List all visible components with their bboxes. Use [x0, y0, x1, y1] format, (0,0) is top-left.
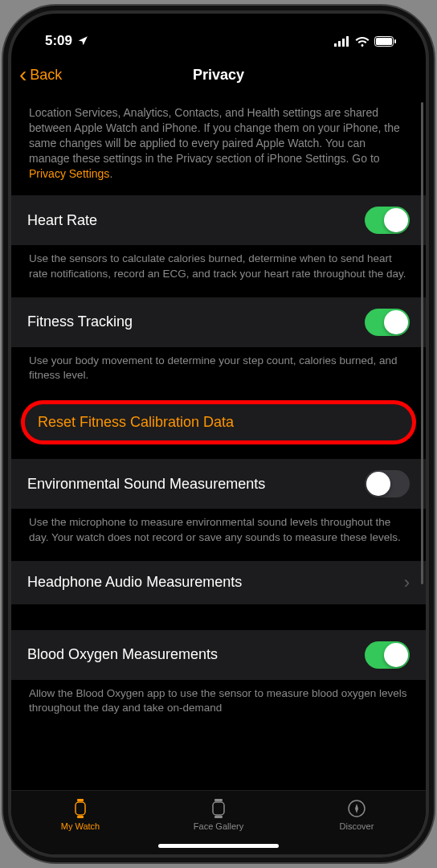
svg-rect-0	[334, 43, 337, 47]
tab-my-watch[interactable]: My Watch	[12, 797, 149, 831]
phone-frame: 5:09 ‹ Back Privacy Location Service	[8, 10, 429, 858]
svg-rect-10	[213, 802, 224, 815]
environmental-sound-toggle[interactable]	[365, 470, 410, 497]
back-button[interactable]: ‹ Back	[19, 63, 62, 86]
compass-icon	[347, 797, 366, 820]
svg-rect-7	[76, 802, 85, 815]
location-arrow-icon	[77, 35, 88, 47]
privacy-description: Location Services, Analytics, Contacts, …	[11, 94, 426, 195]
reset-fitness-calibration-cell[interactable]: Reset Fitness Calibration Data	[21, 400, 416, 444]
environmental-sound-cell[interactable]: Environmental Sound Measurements	[11, 459, 426, 509]
heart-rate-cell[interactable]: Heart Rate	[11, 195, 426, 245]
svg-rect-1	[338, 41, 341, 47]
blood-oxygen-footer: Allow the Blood Oxygen app to use the se…	[11, 680, 426, 731]
svg-rect-2	[342, 39, 345, 47]
tab-face-gallery-label: Face Gallery	[194, 821, 243, 831]
svg-rect-8	[77, 799, 84, 801]
environmental-sound-footer: Use the microphone to measure environmen…	[11, 509, 426, 560]
tab-discover-label: Discover	[340, 821, 374, 831]
svg-rect-9	[77, 816, 84, 818]
nav-bar: ‹ Back Privacy	[11, 55, 426, 94]
home-indicator[interactable]	[158, 844, 279, 848]
heart-rate-toggle[interactable]	[365, 207, 410, 234]
environmental-sound-label: Environmental Sound Measurements	[27, 476, 265, 493]
svg-rect-3	[346, 36, 349, 47]
heart-rate-label: Heart Rate	[27, 212, 97, 229]
notch	[134, 14, 303, 39]
page-title: Privacy	[193, 67, 244, 84]
svg-rect-5	[376, 38, 392, 45]
blood-oxygen-cell[interactable]: Blood Oxygen Measurements	[11, 630, 426, 680]
headphone-audio-label: Headphone Audio Measurements	[27, 574, 242, 591]
watch-icon	[71, 797, 89, 820]
blood-oxygen-label: Blood Oxygen Measurements	[27, 646, 218, 663]
heart-rate-footer: Use the sensors to calculate calories bu…	[11, 245, 426, 297]
wifi-icon	[355, 36, 370, 47]
svg-rect-12	[214, 816, 223, 818]
tab-bar: My Watch Face Gallery Discover	[11, 790, 426, 854]
gallery-icon	[210, 797, 227, 820]
scroll-indicator[interactable]	[421, 102, 423, 584]
headphone-audio-cell[interactable]: Headphone Audio Measurements ›	[11, 561, 426, 604]
svg-rect-6	[394, 39, 396, 43]
privacy-settings-link[interactable]: Privacy Settings	[29, 167, 109, 180]
blood-oxygen-toggle[interactable]	[365, 641, 410, 669]
tab-face-gallery[interactable]: Face Gallery	[150, 797, 287, 831]
chevron-right-icon: ›	[404, 572, 410, 593]
settings-scroll-view[interactable]: Location Services, Analytics, Contacts, …	[11, 94, 426, 790]
tab-my-watch-label: My Watch	[61, 821, 100, 831]
fitness-tracking-footer: Use your body movement to determine your…	[11, 347, 426, 399]
battery-icon	[374, 36, 397, 47]
svg-rect-11	[214, 799, 223, 801]
tab-discover[interactable]: Discover	[288, 797, 425, 831]
fitness-tracking-cell[interactable]: Fitness Tracking	[11, 297, 426, 347]
fitness-tracking-label: Fitness Tracking	[27, 313, 133, 330]
cellular-icon	[334, 36, 350, 47]
reset-fitness-calibration-label: Reset Fitness Calibration Data	[38, 414, 234, 431]
back-label: Back	[30, 67, 62, 84]
fitness-tracking-toggle[interactable]	[365, 309, 410, 336]
chevron-left-icon: ‹	[19, 63, 27, 86]
status-time: 5:09	[45, 33, 72, 49]
